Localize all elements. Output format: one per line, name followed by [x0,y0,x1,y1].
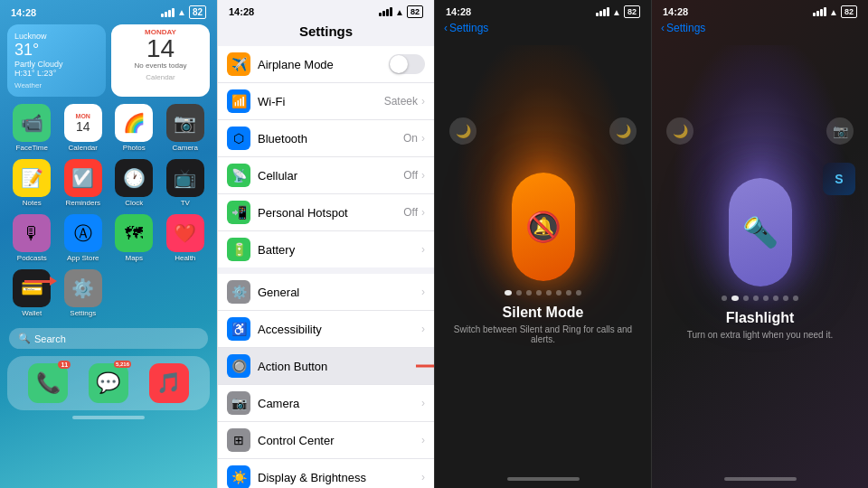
fdot-1 [722,296,727,301]
settings-item-hotspot[interactable]: 📲 Personal Hotspot Off › [218,194,434,231]
app-photos[interactable]: 🌈 Photos [111,104,157,152]
app-clock[interactable]: 🕐 Clock [111,159,157,207]
back-nav-silent[interactable]: ‹ Settings [435,20,651,40]
settings-item-display[interactable]: ☀️ Display & Brightness › [218,459,434,488]
fdot-7 [783,296,788,301]
time-flashlight: 14:28 [663,6,688,17]
app-podcasts[interactable]: 🎙 Podcasts [9,214,55,262]
home-indicator-silent [507,477,580,481]
app-facetime[interactable]: 📹 FaceTime [9,104,55,152]
wifi-chevron: › [421,95,425,108]
weather-temp: 31° [14,41,99,60]
wifi-icon-settings: ▲ [395,7,404,17]
calendar-widget[interactable]: MONDAY 14 No events today Calendar [111,24,210,97]
app-reminders[interactable]: ☑️ Reminders [61,159,107,207]
time-home: 14:28 [11,7,36,18]
weather-label: Weather [14,81,99,89]
silent-mode-sublabel: Switch between Silent and Ring for calls… [435,321,651,348]
wifi-icon: ▲ [177,7,186,17]
action-button-icon: 🔘 [227,354,250,378]
wifi-value: Sateek [384,95,418,108]
settings-item-cellular[interactable]: 📡 Cellular Off › [218,157,434,194]
app-camera[interactable]: 📷 Camera [163,104,209,152]
weather-widget[interactable]: Lucknow 31° Partly Cloudy H:31° L:23° We… [7,24,106,97]
dot-5 [546,290,552,296]
cellular-chevron: › [421,169,425,182]
dot-6 [556,290,561,296]
app-tv[interactable]: 📺 TV [163,159,209,207]
flashlight-icon: 🔦 [742,215,778,249]
settings-item-battery[interactable]: 🔋 Battery › [218,231,434,267]
settings-icon: ⚙️ [64,269,102,307]
wifi-flashlight: ▲ [829,7,838,17]
side-icons-left-silent: 🌙 [449,117,476,145]
app-maps[interactable]: 🗺 Maps [111,214,157,262]
dock-messages[interactable]: 💬 5,216 [89,363,128,403]
settings-item-airplane[interactable]: ✈️ Airplane Mode [218,46,434,83]
settings-item-accessibility[interactable]: ♿ Accessibility › [218,311,434,348]
airplane-toggle[interactable] [389,54,425,74]
calendar-app-label: Calendar [69,144,98,152]
clock-label: Clock [125,199,143,207]
app-notes[interactable]: 📝 Notes [9,159,55,207]
wallet-label: Wallet [22,309,42,317]
settings-title: Settings [218,20,434,46]
settings-section-system: ⚙️ General › ♿ Accessibility › 🔘 Action … [218,274,434,488]
home-screen: 14:28 ▲ 82 Lucknow 31° Partly Cloudy H:3… [0,0,217,488]
app-grid-row4: 💳 Wallet ⚙️ Settings [0,266,217,321]
app-health[interactable]: ❤️ Health [163,214,209,262]
control-center-icon: ⊞ [227,428,250,452]
settings-item-control-center[interactable]: ⊞ Control Center › [218,422,434,459]
mode-dots-silent [505,290,581,296]
display-icon: ☀️ [227,465,250,488]
notes-label: Notes [23,199,42,207]
wallet-icon: 💳 [13,269,51,307]
signal-silent [596,7,609,16]
bluetooth-chevron: › [421,132,425,145]
battery-flashlight: 82 [841,5,857,18]
app-wallet[interactable]: 💳 Wallet [9,269,55,317]
flashlight-mode-label: Flashlight [726,310,795,326]
settings-arrow [24,280,52,283]
fdot-3 [743,296,749,301]
side-icons-right-silent: 🌙 [609,117,637,145]
mode-dots-flashlight [722,296,798,301]
control-center-label: Control Center [258,434,421,447]
reminders-icon: ☑️ [64,159,102,197]
hotspot-label: Personal Hotspot [258,206,403,220]
app-appstore[interactable]: Ⓐ App Store [61,214,107,262]
search-bar[interactable]: 🔍 Search [9,328,208,349]
clock-icon: 🕐 [115,159,153,197]
display-chevron: › [421,471,425,483]
settings-item-general[interactable]: ⚙️ General › [218,274,434,311]
weather-city: Lucknow [14,32,99,41]
dot-2 [516,290,522,296]
side-icons-left-flash: 🌙 [666,117,693,145]
calendar-label: Calendar [118,73,203,81]
dock-phone[interactable]: 📞 11 [28,363,68,403]
settings-item-action-button[interactable]: 🔘 Action Button [218,348,434,385]
back-label-silent: Settings [449,22,488,34]
app-calendar[interactable]: MON 14 Calendar [61,104,107,152]
settings-item-bluetooth[interactable]: ⬡ Bluetooth On › [218,120,434,157]
side-icons-right-flash: 📷 [826,117,854,145]
messages-badge: 5,216 [114,361,131,368]
flashlight-mode-sublabel: Turn on extra light when you need it. [669,326,851,343]
app-grid-row3: 🎙 Podcasts Ⓐ App Store 🗺 Maps ❤️ Health [0,211,217,266]
settings-item-camera[interactable]: 📷 Camera › [218,385,434,422]
tv-label: TV [181,199,190,207]
hotspot-icon: 📲 [227,201,250,224]
status-icons-silent: ▲ 82 [596,5,640,18]
back-nav-flashlight[interactable]: ‹ Settings [652,20,868,40]
general-icon: ⚙️ [227,280,250,304]
fdot-2 [731,296,739,301]
wifi-silent: ▲ [612,7,621,17]
dock-music[interactable]: 🎵 [149,363,189,403]
app-settings[interactable]: ⚙️ Settings [61,269,107,317]
status-bar-home: 14:28 ▲ 82 [0,0,217,21]
cellular-label: Cellular [258,169,403,183]
camera-settings-label: Camera [258,397,421,410]
appstore-icon: Ⓐ [64,214,102,252]
settings-item-wifi[interactable]: 📶 Wi-Fi Sateek › [218,83,434,120]
dot-1 [505,290,512,296]
